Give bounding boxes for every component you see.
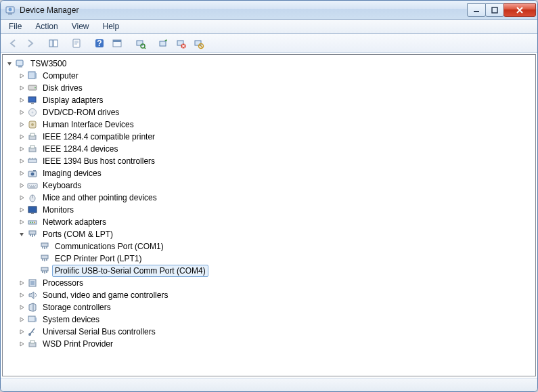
tree-category-node[interactable]: System devices — [16, 313, 534, 326]
bus-icon — [27, 156, 38, 167]
expander-icon[interactable] — [18, 279, 26, 287]
help-button[interactable]: ? — [91, 36, 108, 51]
options-button[interactable] — [109, 36, 125, 51]
svg-rect-46 — [29, 231, 36, 234]
tree-category-node[interactable]: Processors — [16, 277, 534, 289]
tree-category-node[interactable]: Monitors — [16, 204, 534, 216]
tree-category-node[interactable]: Universal Serial Bus controllers — [16, 326, 534, 338]
expander-icon[interactable] — [18, 108, 26, 116]
svg-point-44 — [32, 222, 33, 223]
tree-category-label: Human Interface Devices — [40, 118, 137, 131]
tree-category-node[interactable]: Sound, video and game controllers — [16, 289, 534, 301]
disable-button[interactable] — [190, 36, 206, 51]
tree-category-node[interactable]: Mice and other pointing devices — [16, 192, 534, 204]
svg-rect-21 — [35, 73, 37, 79]
back-button[interactable] — [5, 36, 21, 51]
minimize-button[interactable] — [467, 3, 486, 17]
show-hide-tree-button[interactable] — [45, 36, 62, 51]
svg-rect-6 — [73, 39, 80, 47]
maximize-button[interactable] — [485, 3, 504, 17]
expander-icon[interactable] — [18, 230, 26, 238]
tree-category-label: Keyboards — [40, 179, 84, 192]
expander-icon[interactable] — [18, 169, 26, 177]
close-button[interactable] — [503, 3, 536, 17]
svg-rect-4 — [49, 40, 53, 47]
scan-hardware-button[interactable] — [132, 36, 148, 51]
tree-device-label: ECP Printer Port (LPT1) — [52, 253, 144, 265]
expander-icon[interactable] — [18, 145, 26, 153]
cpu-icon — [27, 278, 38, 288]
hid-icon — [27, 119, 38, 130]
tree-category-node[interactable]: Disk drives — [16, 82, 534, 94]
svg-point-45 — [34, 222, 35, 223]
menu-file[interactable]: File — [3, 20, 27, 32]
expander-icon[interactable] — [18, 181, 26, 190]
port-icon — [39, 241, 50, 252]
svg-rect-48 — [41, 255, 48, 259]
expander-icon[interactable] — [18, 157, 26, 165]
tree-category-node[interactable]: Computer — [16, 70, 534, 82]
svg-rect-3 — [492, 7, 497, 13]
svg-rect-41 — [31, 213, 34, 214]
expander-icon[interactable] — [18, 206, 26, 214]
tree-device-node[interactable]: Prolific USB-to-Serial Comm Port (COM4) — [28, 265, 534, 277]
tree-category-node[interactable]: WSD Print Provider — [16, 338, 534, 350]
tree-category-node[interactable]: Ports (COM & LPT) — [16, 228, 534, 240]
update-driver-button[interactable] — [155, 36, 171, 51]
tree-category-node[interactable]: Network adapters — [16, 216, 534, 228]
svg-rect-13 — [160, 41, 166, 46]
expander-icon[interactable] — [18, 340, 26, 348]
tree-category-node[interactable]: IEEE 1284.4 compatible printer — [16, 131, 534, 143]
properties-button[interactable] — [68, 36, 85, 51]
expander-icon[interactable] — [18, 291, 26, 299]
expander-icon[interactable] — [18, 133, 26, 141]
tree-category-label: Processors — [40, 277, 86, 289]
usb-icon — [27, 326, 38, 337]
tree-category-node[interactable]: Imaging devices — [16, 167, 534, 179]
port-icon — [39, 253, 50, 264]
menu-action[interactable]: Action — [30, 20, 63, 32]
expander-icon[interactable] — [18, 328, 26, 336]
expander-icon[interactable] — [18, 315, 26, 324]
expander-icon[interactable] — [18, 121, 26, 129]
tree-root-node[interactable]: TSW3500 — [4, 58, 534, 70]
svg-rect-40 — [28, 206, 37, 213]
titlebar[interactable]: Device Manager — [1, 1, 537, 20]
tree-category-node[interactable]: DVD/CD-ROM drives — [16, 106, 534, 118]
tree-category-node[interactable]: Human Interface Devices — [16, 118, 534, 131]
tree-category-node[interactable]: Storage controllers — [16, 301, 534, 313]
tree-category-node[interactable]: IEEE 1394 Bus host controllers — [16, 155, 534, 167]
menu-view[interactable]: View — [66, 20, 95, 32]
tree-category-label: IEEE 1394 Bus host controllers — [40, 155, 158, 167]
svg-text:?: ? — [97, 39, 102, 48]
tree-category-node[interactable]: Display adapters — [16, 94, 534, 106]
expander-icon[interactable] — [18, 303, 26, 311]
device-manager-window: Device Manager File Action View Help ? T… — [0, 0, 538, 392]
tree-device-node[interactable]: ECP Printer Port (LPT1) — [28, 253, 534, 265]
svg-point-2 — [9, 7, 12, 11]
tree-category-label: WSD Print Provider — [40, 338, 116, 350]
tree-device-node[interactable]: Communications Port (COM1) — [28, 240, 534, 253]
expander-icon[interactable] — [18, 96, 26, 104]
svg-rect-47 — [41, 243, 48, 246]
tree-category-node[interactable]: IEEE 1284.4 devices — [16, 143, 534, 155]
tree-category-label: Imaging devices — [40, 167, 104, 179]
expander-icon[interactable] — [18, 218, 26, 226]
device-tree[interactable]: TSW3500ComputerDisk drivesDisplay adapte… — [2, 54, 536, 376]
tree-category-node[interactable]: Keyboards — [16, 179, 534, 192]
svg-rect-52 — [28, 316, 35, 322]
forward-button[interactable] — [22, 36, 39, 51]
tree-category-label: IEEE 1284.4 devices — [40, 143, 120, 155]
expander-icon[interactable] — [5, 60, 14, 68]
tree-category-label: Display adapters — [40, 94, 106, 106]
tree-category-label: Ports (COM & LPT) — [40, 228, 116, 240]
toolbar: ? — [1, 34, 537, 53]
uninstall-button[interactable] — [173, 36, 189, 51]
printer-icon — [27, 339, 38, 349]
svg-point-23 — [35, 87, 36, 89]
expander-icon[interactable] — [18, 84, 26, 92]
menu-help[interactable]: Help — [97, 20, 125, 32]
expander-icon[interactable] — [18, 194, 26, 202]
printer-icon — [27, 131, 38, 142]
expander-icon[interactable] — [18, 72, 26, 80]
